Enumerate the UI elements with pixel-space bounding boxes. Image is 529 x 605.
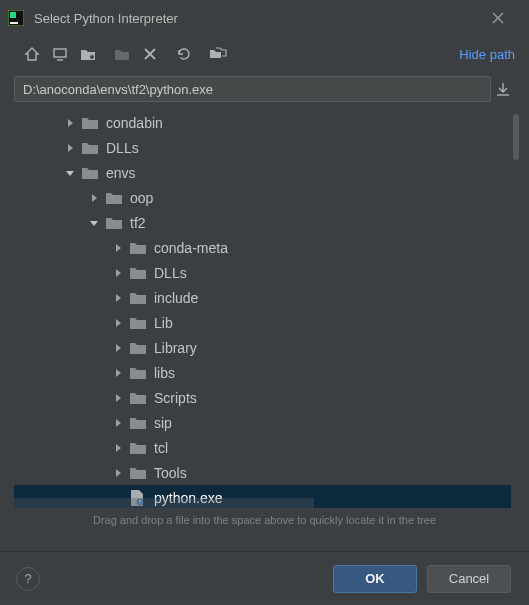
scrollbar-track[interactable] [511,110,519,508]
path-row [0,74,529,104]
desktop-icon[interactable] [46,42,74,66]
drag-hint: Drag and drop a file into the space abov… [0,514,529,526]
delete-icon[interactable] [136,42,164,66]
folder-icon [130,366,146,380]
chevron-right-icon[interactable] [112,417,124,429]
chevron-right-icon[interactable] [112,242,124,254]
tree-row[interactable]: conda-meta [14,235,511,260]
tree-row-label: Lib [154,315,173,331]
tree-row[interactable]: condabin [14,110,511,135]
tree-row-label: envs [106,165,136,181]
tree-row[interactable]: Library [14,335,511,360]
tree-row-label: tcl [154,440,168,456]
chevron-right-icon[interactable] [112,367,124,379]
tree-row-label: tf2 [130,215,146,231]
svg-point-4 [90,55,95,60]
folder-icon [130,241,146,255]
file-tree[interactable]: condabinDLLsenvsooptf2conda-metaDLLsincl… [14,110,519,508]
tree-row[interactable]: DLLs [14,260,511,285]
svg-rect-3 [54,49,66,57]
chevron-right-icon[interactable] [112,442,124,454]
folder-icon [130,266,146,280]
tree-row-label: DLLs [154,265,187,281]
tree-row-label: Tools [154,465,187,481]
svg-rect-1 [10,12,16,18]
chevron-right-icon[interactable] [112,392,124,404]
hide-path-link[interactable]: Hide path [459,47,515,62]
tree-row[interactable]: libs [14,360,511,385]
tree-row-label: oop [130,190,153,206]
tree-row[interactable]: Scripts [14,385,511,410]
refresh-icon[interactable] [170,42,198,66]
folder-icon [130,416,146,430]
tree-row[interactable]: Tools [14,460,511,485]
path-input[interactable] [14,76,491,102]
chevron-down-icon[interactable] [64,167,76,179]
footer: ? OK Cancel [0,551,529,605]
folder-icon [82,116,98,130]
tree-row[interactable]: DLLs [14,135,511,160]
toolbar: Hide path [0,36,529,72]
tree-row[interactable]: tcl [14,435,511,460]
titlebar: Select Python Interpreter [0,0,529,36]
tree-row[interactable]: oop [14,185,511,210]
pycharm-icon [8,10,24,26]
folder-icon [130,316,146,330]
tree-row-label: Library [154,340,197,356]
project-icon[interactable] [74,42,102,66]
folder-icon [130,291,146,305]
folder-icon [82,166,98,180]
tree-row-label: DLLs [106,140,139,156]
tree-row[interactable]: envs [14,160,511,185]
help-button[interactable]: ? [16,567,40,591]
folder-icon [130,341,146,355]
folder-icon [106,216,122,230]
tree-row-label: conda-meta [154,240,228,256]
folder-icon [82,141,98,155]
ok-button[interactable]: OK [333,565,417,593]
chevron-right-icon[interactable] [88,192,100,204]
chevron-right-icon[interactable] [64,117,76,129]
tree-row[interactable]: Lib [14,310,511,335]
chevron-down-icon[interactable] [88,217,100,229]
tree-row[interactable]: sip [14,410,511,435]
window-title: Select Python Interpreter [34,11,491,26]
folder-icon [130,441,146,455]
close-icon[interactable] [491,11,519,25]
new-folder-icon[interactable] [108,42,136,66]
folder-icon [106,191,122,205]
folder-icon [130,466,146,480]
folder-icon [130,391,146,405]
show-hidden-icon[interactable] [204,42,232,66]
load-path-icon[interactable] [495,81,519,97]
svg-rect-2 [10,22,18,24]
chevron-right-icon[interactable] [112,467,124,479]
chevron-right-icon[interactable] [112,292,124,304]
tree-row-label: include [154,290,198,306]
scrollbar-thumb[interactable] [513,114,519,160]
chevron-right-icon[interactable] [112,267,124,279]
chevron-right-icon[interactable] [64,142,76,154]
horizontal-scrollbar[interactable] [14,498,314,508]
tree-row-label: condabin [106,115,163,131]
tree-row[interactable]: include [14,285,511,310]
cancel-button[interactable]: Cancel [427,565,511,593]
chevron-right-icon[interactable] [112,317,124,329]
chevron-right-icon[interactable] [112,342,124,354]
tree-row[interactable]: tf2 [14,210,511,235]
home-icon[interactable] [18,42,46,66]
tree-row-label: Scripts [154,390,197,406]
tree-row-label: libs [154,365,175,381]
tree-row-label: sip [154,415,172,431]
